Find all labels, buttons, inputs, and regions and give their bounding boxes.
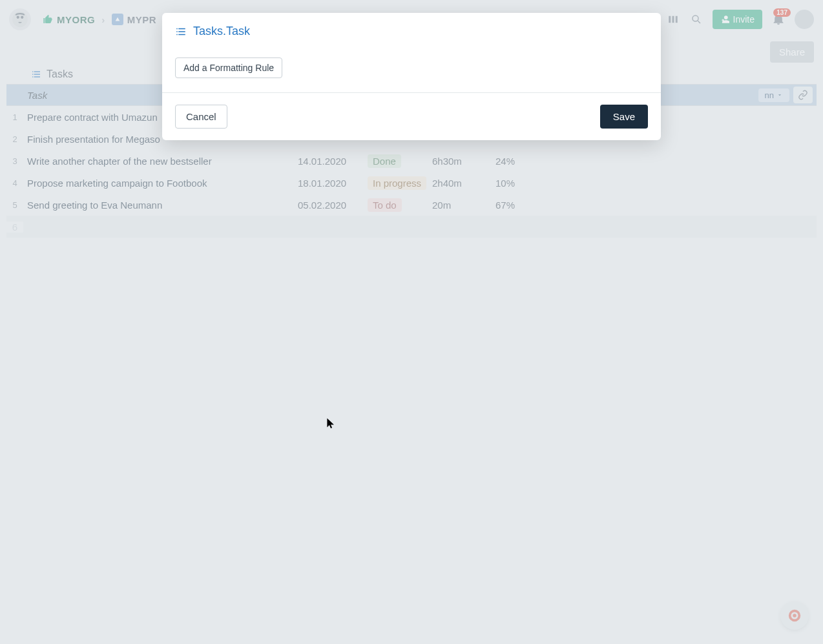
user-plus-icon — [720, 15, 729, 24]
breadcrumb-org-label: MYORG — [57, 14, 95, 25]
status-badge: In progress — [368, 176, 426, 190]
svg-point-1 — [693, 16, 698, 21]
row-number: 5 — [6, 200, 23, 210]
add-column-chip[interactable]: nn — [758, 88, 789, 102]
formatting-modal: Tasks.Task Add a Formatting Rule Cancel … — [162, 13, 661, 140]
status-badge: Done — [368, 154, 401, 168]
row-number: 6 — [6, 222, 23, 233]
breadcrumb-project-label: MYPR — [127, 14, 156, 25]
face-icon — [12, 11, 28, 28]
breadcrumb-project[interactable]: MYPR — [112, 14, 156, 25]
cell-status[interactable]: To do — [368, 198, 432, 212]
cell-task[interactable]: Send greeting to Eva Neumann — [23, 200, 298, 211]
grid-title: Tasks — [47, 68, 73, 80]
cell-status[interactable]: Done — [368, 154, 432, 168]
columns-icon[interactable] — [666, 12, 680, 26]
invite-label: Invite — [733, 14, 755, 25]
breadcrumb: MYORG › MYPR — [43, 14, 156, 25]
modal-body: Add a Formatting Rule — [162, 45, 661, 92]
cell-task[interactable]: Propose marketing campaign to Footbook — [23, 178, 298, 189]
link-chip[interactable] — [793, 87, 813, 103]
add-column-suffix: nn — [765, 90, 774, 100]
lifebuoy-icon — [787, 608, 802, 623]
table-row[interactable]: 3Write another chapter of the new bestse… — [6, 150, 817, 172]
cell-percent[interactable]: 10% — [495, 178, 547, 189]
toolbar-right: Invite 137 — [666, 10, 814, 29]
table-row[interactable]: 4Propose marketing campaign to Footbook1… — [6, 172, 817, 194]
cell-duration[interactable]: 2h40m — [432, 178, 495, 189]
thumb-up-icon — [43, 14, 53, 25]
cell-status[interactable]: In progress — [368, 176, 432, 190]
app-avatar[interactable] — [9, 8, 31, 30]
cell-duration[interactable]: 20m — [432, 200, 495, 211]
cell-duration[interactable]: 6h30m — [432, 156, 495, 167]
help-fab[interactable] — [780, 601, 809, 630]
cell-date[interactable]: 05.02.2020 — [298, 200, 368, 211]
share-button[interactable]: Share — [770, 41, 814, 63]
save-button[interactable]: Save — [600, 105, 648, 129]
tasks-list-icon — [31, 69, 41, 79]
row-number: 2 — [6, 134, 23, 144]
cell-percent[interactable]: 24% — [495, 156, 547, 167]
modal-footer: Cancel Save — [162, 92, 661, 140]
user-avatar[interactable] — [795, 10, 814, 29]
row-number: 4 — [6, 178, 23, 188]
cancel-button[interactable]: Cancel — [175, 105, 227, 129]
invite-button[interactable]: Invite — [713, 10, 762, 29]
breadcrumb-org[interactable]: MYORG — [43, 14, 95, 25]
cell-date[interactable]: 14.01.2020 — [298, 156, 368, 167]
row-number: 1 — [6, 112, 23, 122]
link-icon — [798, 90, 808, 100]
tasks-list-icon — [175, 26, 187, 37]
chevron-right-icon: › — [101, 14, 105, 25]
modal-header: Tasks.Task — [162, 13, 661, 45]
table-row[interactable]: 5Send greeting to Eva Neumann05.02.2020T… — [6, 194, 817, 216]
status-badge: To do — [368, 198, 402, 212]
row-number: 3 — [6, 156, 23, 166]
cell-percent[interactable]: 67% — [495, 200, 547, 211]
notifications-button[interactable]: 137 — [771, 12, 786, 26]
project-icon — [112, 14, 123, 25]
cell-date[interactable]: 18.01.2020 — [298, 178, 368, 189]
cursor-icon — [326, 417, 335, 430]
empty-row[interactable]: 6 — [6, 216, 817, 238]
notification-badge: 137 — [773, 8, 791, 17]
cell-task[interactable]: Write another chapter of the new bestsel… — [23, 156, 298, 167]
chevron-down-icon — [776, 92, 783, 98]
modal-title: Tasks.Task — [193, 25, 250, 38]
search-icon[interactable] — [689, 12, 703, 26]
add-formatting-rule-button[interactable]: Add a Formatting Rule — [175, 57, 282, 78]
